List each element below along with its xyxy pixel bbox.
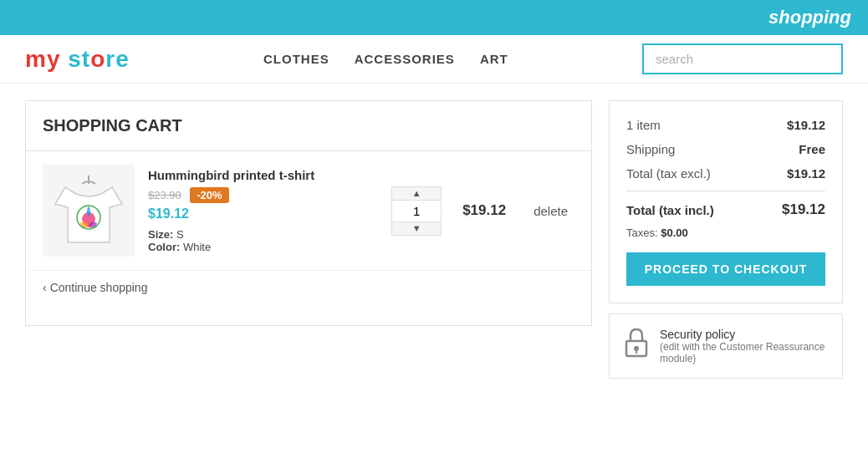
summary-section: 1 item $19.12 Shipping Free Total (tax e… [609, 100, 843, 379]
security-card: Security policy (edit with the Customer … [609, 313, 843, 379]
quantity-control: ▲ ▼ [391, 186, 442, 236]
summary-card: 1 item $19.12 Shipping Free Total (tax e… [609, 100, 843, 303]
summary-divider [626, 191, 825, 191]
quantity-decrement[interactable]: ▼ [392, 221, 441, 235]
logo-store: store [68, 46, 129, 72]
continue-shopping[interactable]: ‹ Continue shopping [26, 270, 591, 304]
quantity-input[interactable] [392, 201, 441, 221]
price-row: $23.90 -20% [148, 187, 378, 203]
item-count-label: 1 item [626, 118, 661, 132]
main-nav: CLOTHES ACCESSORIES ART [163, 52, 609, 66]
shipping-value: Free [799, 142, 825, 156]
summary-item-row: 1 item $19.12 [626, 118, 825, 132]
product-size: Size: S [148, 228, 378, 241]
logo[interactable]: my store [25, 46, 130, 73]
nav-item-clothes[interactable]: CLOTHES [263, 52, 329, 66]
quantity-increment[interactable]: ▲ [392, 187, 441, 201]
main-content: SHOPPING CART [0, 84, 868, 395]
search-input[interactable] [642, 43, 843, 74]
product-color: Color: White [148, 241, 378, 253]
nav-item-art[interactable]: ART [480, 52, 508, 66]
total-excl-value: $19.12 [787, 166, 825, 181]
chevron-left-icon: ‹ [43, 281, 47, 294]
product-image [43, 165, 135, 257]
search-container [642, 43, 843, 74]
summary-incl-row: Total (tax incl.) $19.12 [626, 201, 825, 218]
item-price: $19.12 [455, 202, 513, 219]
checkout-button[interactable]: PROCEED TO CHECKOUT [626, 252, 825, 286]
banner-text: shopping [768, 7, 851, 28]
header: my store CLOTHES ACCESSORIES ART [0, 35, 868, 84]
summary-shipping-row: Shipping Free [626, 142, 825, 156]
total-incl-label: Total (tax incl.) [626, 203, 714, 217]
logo-my: my [25, 46, 60, 72]
sale-price: $19.12 [148, 206, 378, 221]
original-price: $23.90 [148, 189, 181, 201]
total-excl-label: Total (tax excl.) [626, 166, 711, 181]
cart-item: Hummingbird printed t-shirt $23.90 -20% … [26, 151, 591, 270]
taxes-row: Taxes: $0.00 [626, 226, 825, 239]
top-banner: shopping [0, 0, 868, 35]
continue-text: Continue shopping [50, 281, 148, 294]
total-incl-value: $19.12 [782, 201, 825, 218]
taxes-value: $0.00 [661, 226, 688, 239]
logo-space [60, 46, 68, 72]
security-subtitle: (edit with the Customer Reassurance modu… [660, 341, 829, 364]
security-title: Security policy [660, 328, 829, 341]
cart-title: SHOPPING CART [26, 101, 591, 151]
security-text: Security policy (edit with the Customer … [660, 328, 829, 364]
shipping-label: Shipping [626, 142, 675, 156]
discount-badge: -20% [190, 187, 228, 203]
delete-button[interactable]: delete [527, 201, 574, 221]
nav-item-accessories[interactable]: ACCESSORIES [355, 52, 455, 66]
product-details: Hummingbird printed t-shirt $23.90 -20% … [148, 168, 378, 253]
item-count-price: $19.12 [787, 118, 825, 132]
summary-excl-row: Total (tax excl.) $19.12 [626, 166, 825, 181]
cart-section: SHOPPING CART [25, 100, 592, 326]
lock-icon [623, 328, 650, 364]
taxes-label: Taxes: [626, 226, 658, 239]
product-name: Hummingbird printed t-shirt [148, 168, 378, 182]
